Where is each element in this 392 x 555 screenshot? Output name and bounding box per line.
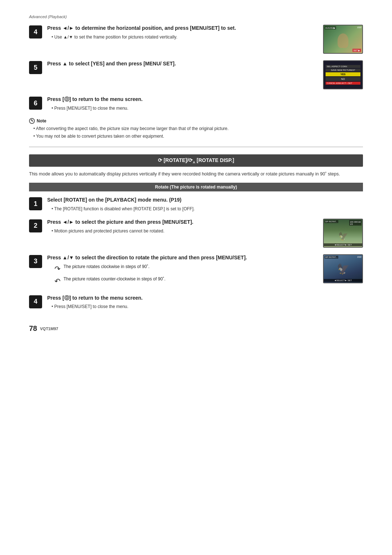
r-step-4-title: Press [Ⓞ] to return to the menu screen. — [47, 295, 363, 302]
camera-screen-menu: SEL.ASPECT CONV. SAVE NEW PICTURES? YES … — [323, 60, 363, 89]
r-step-1-row: 1 Select [ROTATE] on the [PLAYBACK] mode… — [29, 197, 363, 212]
r-step-3-arrow-1-row: ↷ The picture rotates clockwise in steps… — [54, 263, 318, 274]
r-step-3-title: Press ▲/▼ to select the direction to rot… — [47, 254, 318, 262]
r-step-1-bullet: The [ROTATE] function is disabled when [… — [52, 206, 363, 212]
r-step-3-content: Press ▲/▼ to select the direction to rot… — [47, 254, 318, 288]
note-bullet-2: You may not be able to convert pictures … — [33, 133, 363, 139]
camera-screen-bird-select: DP ROTAT... 100-0001⊕1/6 🦅 ◄SELECT► SET — [323, 219, 363, 248]
step-4-content: Press ◄/► to determine the horizontal po… — [47, 25, 318, 40]
r-step-3-number: 3 — [29, 255, 42, 268]
step-6-number: 6 — [29, 97, 42, 110]
cam-rotate-counter: 100-0001⊕1/6 — [349, 220, 362, 226]
page-footer: 78 VQT1M97 — [29, 324, 363, 333]
cam-rotate-label: DP ROTAT... — [324, 256, 338, 259]
r-step-3-image: DP ROTAT... 🦅 ### ◄SELECT► SET — [323, 254, 363, 283]
rotate-header: ⟳ [ROTATE]/⟳A [ROTATE DISP.] — [29, 154, 363, 167]
r-step-2-row: 2 Press ◄/► to select the picture and th… — [29, 219, 363, 248]
camera-screen-bird-rotate: DP ROTAT... 🦅 ### ◄SELECT► SET — [323, 254, 363, 283]
step-4-row: 4 Press ◄/► to determine the horizontal … — [29, 25, 363, 54]
note-icon: ✎ — [29, 118, 35, 124]
r-step-2-number: 2 — [29, 219, 42, 232]
step-5-title: Press ▲ to select [YES] and then press [… — [47, 60, 318, 68]
clockwise-arrow-icon: ↷ — [54, 263, 61, 274]
r-step-1-title: Select [ROTATE] on the [PLAYBACK] mode m… — [47, 197, 363, 204]
section-divider — [29, 147, 363, 147]
cam-select-label: ◄SELECT► SET — [324, 279, 362, 282]
camera-screen-woman: AUG/01/▶ ### SET ▶ — [323, 25, 363, 54]
page-number: 78 — [29, 324, 37, 333]
cam-set-btn: SET ▶ — [352, 49, 361, 52]
r-step-4-content: Press [Ⓞ] to return to the menu screen. … — [47, 295, 363, 310]
r-step-3-arrow-1-text: The picture rotates clockwise in steps o… — [64, 263, 150, 270]
step-6-title: Press [Ⓞ] to return to the menu screen. — [47, 96, 363, 103]
r-step-3-arrow-2-text: The picture rotates counter-clockwise in… — [64, 276, 166, 282]
step-5-number: 5 — [29, 61, 42, 74]
step-5-row: 5 Press ▲ to select [YES] and then press… — [29, 60, 363, 89]
cam-rotate-top-label: DP ROTAT... — [324, 220, 338, 223]
model-number: VQT1M97 — [40, 327, 58, 331]
step-6-content: Press [Ⓞ] to return to the menu screen. … — [47, 96, 363, 112]
step-6-row: 6 Press [Ⓞ] to return to the menu screen… — [29, 96, 363, 112]
step-5-content: Press ▲ to select [YES] and then press [… — [47, 60, 318, 69]
r-step-4-row: 4 Press [Ⓞ] to return to the menu screen… — [29, 295, 363, 310]
r-step-2-title: Press ◄/► to select the picture and then… — [47, 219, 318, 226]
r-step-4-bullet: Press [MENU/SET] to close the menu. — [52, 303, 363, 310]
step-4-image: AUG/01/▶ ### SET ▶ — [323, 25, 363, 54]
page-label: Advanced (Playback) — [29, 15, 363, 19]
note-section: ✎ Note After converting the aspect ratio… — [29, 118, 363, 139]
r-step-4-number: 4 — [29, 295, 42, 308]
step-4-bullet: Use ▲/▼ to set the frame position for pi… — [52, 34, 318, 40]
rotate-desc: This mode allows you to automatically di… — [29, 170, 363, 178]
r-step-2-image: DP ROTAT... 100-0001⊕1/6 🦅 ◄SELECT► SET — [323, 219, 363, 248]
step-5-image: SEL.ASPECT CONV. SAVE NEW PICTURES? YES … — [323, 60, 363, 89]
r-step-1-content: Select [ROTATE] on the [PLAYBACK] mode m… — [47, 197, 363, 212]
r-step-3-row: 3 Press ▲/▼ to select the direction to r… — [29, 254, 363, 288]
step-4-title: Press ◄/► to determine the horizontal po… — [47, 25, 318, 32]
r-step-2-content: Press ◄/► to select the picture and then… — [47, 219, 318, 234]
step-6-bullet: Press [MENU/SET] to close the menu. — [52, 105, 363, 112]
rotate-subheader: Rotate (The picture is rotated manually) — [29, 183, 363, 191]
r-step-2-bullet: Motion pictures and protected pictures c… — [52, 228, 318, 234]
note-title: ✎ Note — [29, 118, 363, 124]
r-step-1-number: 1 — [29, 197, 42, 210]
bird-silhouette: 🦅 — [337, 263, 350, 275]
step-4-number: 4 — [29, 25, 42, 39]
note-bullet-1: After converting the aspect ratio, the p… — [33, 125, 363, 132]
cam-select-bottom: ◄SELECT► SET — [324, 243, 362, 246]
counter-clockwise-arrow-icon: ↶ — [54, 276, 61, 287]
r-step-3-arrow-2-row: ↶ The picture rotates counter-clockwise … — [54, 276, 318, 287]
